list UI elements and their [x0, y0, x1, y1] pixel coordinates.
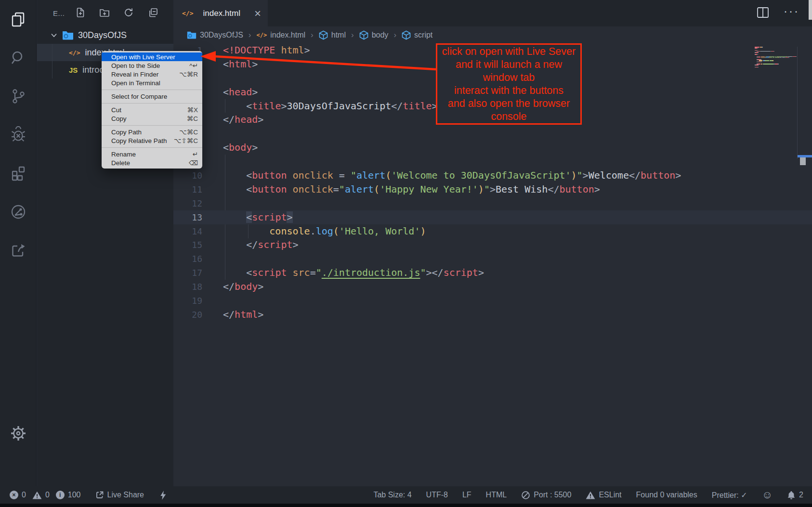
code-line-11[interactable]: 11 <button onclick="alert('Happy New Yea…	[173, 182, 812, 196]
menu-item-label: Select for Compare	[111, 93, 198, 100]
status-label: 2	[799, 491, 803, 499]
breadcrumb-item-body[interactable]: body	[359, 30, 389, 40]
tab-bar: </> index.html × ···	[173, 0, 812, 26]
code-line-17[interactable]: 17 <script src="./introduction.js"></scr…	[173, 266, 812, 280]
context-menu-item[interactable]: Copy Relative Path⌥⇧⌘C	[102, 136, 202, 145]
status-item-Port : 5500[interactable]: Port : 5500	[521, 491, 571, 500]
code-line-7[interactable]: 7	[173, 127, 812, 141]
new-file-icon[interactable]	[75, 7, 86, 20]
code-line-20[interactable]: 20</html>	[173, 308, 812, 322]
menu-item-shortcut: ⌥⌘C	[179, 128, 198, 136]
breadcrumb-item-html[interactable]: html	[319, 30, 346, 40]
close-icon[interactable]: ×	[254, 8, 261, 19]
source-control-icon[interactable]	[0, 86, 36, 107]
code-line-16[interactable]: 16	[173, 252, 812, 266]
breadcrumb-item-30DaysOfJS[interactable]: 30DaysOfJS	[187, 31, 243, 39]
line-number: 20	[173, 310, 202, 320]
refresh-icon[interactable]	[123, 7, 134, 20]
status-label: Live Share	[107, 491, 144, 499]
menu-item-label: Copy Path	[111, 129, 179, 136]
live-share-circle-icon[interactable]	[0, 201, 36, 222]
breadcrumb-label: html	[331, 31, 346, 39]
code-line-13[interactable]: 13 <script>	[173, 210, 812, 224]
code-line-9[interactable]: 9	[173, 155, 812, 169]
code-line-10[interactable]: 10 <button onclick = "alert('Welcome to …	[173, 169, 812, 182]
context-menu-item[interactable]: Copy Path⌥⌘C	[102, 128, 202, 136]
menu-item-label: Rename	[111, 151, 193, 158]
port-icon	[521, 491, 530, 500]
status-item-lightning-icon[interactable]	[159, 490, 167, 500]
tab-index-html[interactable]: </> index.html ×	[173, 0, 268, 26]
breadcrumb-label: body	[372, 31, 389, 39]
collapse-folders-icon[interactable]	[147, 7, 158, 20]
code-line-15[interactable]: 15 </script>	[173, 238, 812, 252]
line-code: <button onclick="alert('Happy New Year!'…	[223, 182, 600, 196]
status-label: Port : 5500	[534, 491, 571, 499]
tree-root-folder[interactable]: 30DaysOfJS	[37, 26, 173, 44]
breadcrumb-label: index.html	[270, 31, 305, 39]
line-code: <title>30DaysOfJavaScript</title>	[223, 99, 438, 113]
debug-icon[interactable]	[0, 124, 36, 145]
status-item-2[interactable]: 2	[787, 491, 803, 500]
status-label: HTML	[486, 491, 507, 499]
status-item-LF[interactable]: LF	[462, 491, 471, 499]
status-item-Tab Size: 4[interactable]: Tab Size: 4	[373, 491, 411, 499]
breadcrumb-item-script[interactable]: script	[402, 30, 432, 40]
line-code: <!DOCTYPE html>	[223, 43, 310, 57]
explorer-icon[interactable]	[0, 9, 36, 30]
js-file-icon: JS	[69, 66, 78, 74]
smiley-icon: ☺	[762, 490, 773, 500]
extensions-icon[interactable]	[0, 163, 36, 184]
share-out-icon[interactable]	[0, 240, 36, 261]
context-menu-item[interactable]: Open in Terminal	[102, 78, 202, 87]
code-line-19[interactable]: 19	[173, 294, 812, 308]
context-menu-item[interactable]: Delete⌫	[102, 158, 202, 167]
code-line-8[interactable]: 8<body>	[173, 141, 812, 155]
status-item-Found 0 variables[interactable]: Found 0 variables	[636, 491, 697, 499]
settings-gear-icon[interactable]	[0, 423, 37, 444]
code-line-14[interactable]: 14 console.log('Hello, World')	[173, 224, 812, 238]
status-item-UTF-8[interactable]: UTF-8	[426, 491, 448, 499]
context-menu-item[interactable]: Reveal in Finder⌥⌘R	[102, 70, 202, 78]
annotation-line: click on open with Live Sever	[442, 45, 576, 58]
activity-bar	[0, 0, 37, 486]
context-menu-item[interactable]: Rename↵	[102, 150, 202, 158]
status-item-Prettier: ✓[interactable]: Prettier: ✓	[712, 491, 747, 500]
html-file-icon: </>	[69, 49, 80, 56]
context-menu-item[interactable]: Select for Compare	[102, 92, 202, 101]
menu-item-label: Open in Terminal	[111, 79, 198, 87]
context-menu-item[interactable]: Open to the Side^↵	[102, 61, 202, 70]
status-item-100[interactable]: i100	[56, 491, 81, 499]
status-item-Live Share[interactable]: Live Share	[95, 491, 144, 499]
code-line-12[interactable]: 12	[173, 196, 812, 210]
menu-item-shortcut: ⌥⇧⌘C	[174, 137, 198, 144]
status-item-0[interactable]: ×0	[10, 491, 26, 499]
context-menu-item[interactable]: Cut⌘X	[102, 105, 202, 114]
search-icon[interactable]	[0, 47, 36, 68]
breadcrumb-separator: ›	[393, 30, 397, 40]
line-code: </head>	[223, 113, 263, 127]
status-label: Prettier: ✓	[712, 491, 747, 500]
line-code: <script>	[223, 210, 293, 224]
line-number: 11	[173, 184, 202, 195]
line-code: </script>	[223, 238, 299, 252]
status-label: Found 0 variables	[636, 491, 697, 499]
new-folder-icon[interactable]	[99, 7, 110, 20]
split-editor-icon[interactable]	[757, 7, 769, 20]
context-menu-item[interactable]: Open with Live Server	[102, 52, 202, 61]
line-code: </html>	[223, 308, 263, 322]
explorer-title: E...	[53, 9, 65, 17]
breadcrumb-separator: ›	[310, 30, 314, 40]
annotation-box: click on open with Live Severand it will…	[436, 43, 582, 125]
status-item-HTML[interactable]: HTML	[486, 491, 507, 499]
status-item-0[interactable]: 0	[32, 491, 50, 499]
context-menu-item[interactable]: Copy⌘C	[102, 114, 202, 123]
tab-label: index.html	[203, 9, 240, 18]
menu-item-shortcut: ^↵	[189, 62, 198, 69]
code-line-18[interactable]: 18</body>	[173, 280, 812, 294]
html-file-icon: </>	[182, 10, 193, 17]
status-item-ESLint[interactable]: ESLint	[586, 491, 621, 499]
breadcrumb-item-index.html[interactable]: </>index.html	[256, 31, 305, 39]
status-item-smiley-icon[interactable]: ☺	[762, 490, 773, 500]
more-actions-icon[interactable]: ···	[784, 11, 799, 16]
